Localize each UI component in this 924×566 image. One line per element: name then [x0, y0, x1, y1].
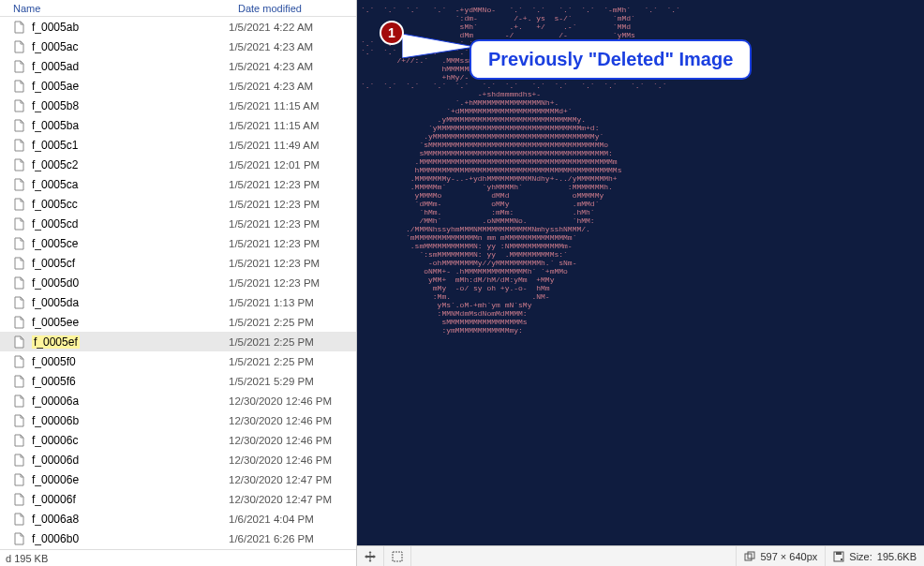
status-move-tool[interactable] [357, 546, 384, 566]
dimensions-icon [744, 551, 755, 562]
file-row[interactable]: f_0005ab1/5/2021 4:22 AM [0, 17, 356, 37]
ascii-line: `yMMMMMMMMMMMMMMMMMMMMMMMMMMMMMMMMm+d: [361, 124, 920, 132]
file-date: 1/5/2021 2:25 PM [229, 317, 314, 328]
file-date: 1/5/2021 4:23 AM [229, 81, 313, 92]
column-headers[interactable]: Name Date modified [0, 0, 356, 17]
file-date: 1/5/2021 12:01 PM [229, 159, 320, 171]
status-spacer [411, 546, 737, 566]
file-icon [13, 178, 26, 191]
file-row[interactable]: f_0005f61/5/2021 5:29 PM [0, 371, 356, 391]
file-date: 1/5/2021 2:25 PM [229, 356, 314, 367]
ascii-line: .yMMMMMMMMMMMMMMMMMMMMMMMMMMMMMy. [361, 115, 920, 124]
file-date: 12/30/2020 12:46 PM [229, 454, 332, 466]
file-row[interactable]: f_00006f12/30/2020 12:47 PM [0, 489, 356, 509]
ascii-line: oNMM+- .hMMMMMMMMMMMMMMh` `+mMMo [361, 267, 920, 276]
file-name: f_0005ee [32, 316, 229, 329]
ascii-line: yMM+ mMh:dM/hM/dM:yMm +MMy [361, 276, 920, 284]
file-row[interactable]: f_00006d12/30/2020 12:46 PM [0, 450, 356, 469]
right-status-bar: 597 × 640px Size: 195.6KB [357, 545, 924, 566]
column-header-name[interactable]: Name [0, 3, 232, 14]
file-row[interactable]: f_00006b12/30/2020 12:46 PM [0, 410, 356, 430]
file-date: 1/5/2021 12:23 PM [229, 179, 320, 190]
file-list[interactable]: f_0005ab1/5/2021 4:22 AMf_0005ac1/5/2021… [0, 17, 356, 549]
file-row[interactable]: f_00006c12/30/2020 12:46 PM [0, 430, 356, 450]
annotation-pointer [402, 34, 475, 58]
file-row[interactable]: f_0005ca1/5/2021 12:23 PM [0, 174, 356, 194]
file-name: f_0005f6 [32, 375, 229, 388]
file-name: f_0005c1 [32, 139, 229, 152]
file-name: f_0005cf [32, 257, 229, 270]
dimensions-text: 597 × 640px [760, 551, 817, 562]
file-name: f_0005c2 [32, 158, 229, 171]
svg-rect-0 [393, 552, 402, 561]
file-date: 1/5/2021 4:23 AM [229, 41, 313, 52]
file-row[interactable]: f_00006a12/30/2020 12:46 PM [0, 391, 356, 410]
file-date: 1/5/2021 12:23 PM [229, 277, 320, 289]
ascii-line: :MMNMdmMsdNomMdMMMM: [361, 309, 920, 318]
file-date: 1/5/2021 12:23 PM [229, 238, 320, 249]
image-preview[interactable]: `.` `.` `.` `.` -+ydMMNo- `.` `.` `.` `.… [357, 0, 924, 545]
file-row[interactable]: f_0005ac1/5/2021 4:23 AM [0, 37, 356, 56]
ascii-line: `sMMMMMMMMMMMMMMMMMMMMMMMMMMMMMMMMMMMMMM… [361, 141, 920, 149]
ascii-line: hMMMMMMMMMMMMMMMMMMMMMMMMMMMMMMMMMMMMMMM… [361, 166, 920, 174]
ascii-line: .smMMMMMMMMMMMN: yy :NMMMMMMMMMMMMm- [361, 242, 920, 250]
file-date: 1/6/2021 4:04 PM [229, 514, 314, 525]
file-icon [13, 119, 26, 132]
file-row[interactable]: f_0005b81/5/2021 11:15 AM [0, 96, 356, 115]
disk-icon [833, 551, 844, 562]
ascii-line: -+shdmmmmdhs+- [361, 90, 920, 98]
file-icon [13, 60, 26, 73]
file-name: f_00006a [32, 395, 229, 408]
ascii-line: `.+hMMMMMMMMMMMMMMMNh+. [361, 98, 920, 107]
file-row[interactable]: f_0005ef1/5/2021 2:25 PM [0, 332, 356, 351]
status-select-tool[interactable] [384, 546, 411, 566]
file-icon [13, 217, 26, 231]
file-row[interactable]: f_0005ee1/5/2021 2:25 PM [0, 312, 356, 332]
file-row[interactable]: f_0005ba1/5/2021 11:15 AM [0, 115, 356, 135]
file-name: f_00006c [32, 434, 229, 447]
file-name: f_0005cd [32, 217, 229, 231]
file-row[interactable]: f_0005cf1/5/2021 12:23 PM [0, 253, 356, 273]
file-row[interactable]: f_0006b01/6/2021 6:26 PM [0, 529, 356, 548]
file-name: f_00006e [32, 473, 229, 486]
file-row[interactable]: f_0005ad1/5/2021 4:23 AM [0, 56, 356, 76]
file-date: 1/5/2021 12:23 PM [229, 258, 320, 269]
file-row[interactable]: f_0005d01/5/2021 12:23 PM [0, 273, 356, 292]
file-row[interactable]: f_0005ae1/5/2021 4:23 AM [0, 76, 356, 96]
file-icon [13, 355, 26, 368]
ascii-line: `dMMm- oMMy .mMMd` [361, 200, 920, 208]
file-row[interactable]: f_0005da1/5/2021 1:13 PM [0, 292, 356, 312]
file-row[interactable]: f_0005c21/5/2021 12:01 PM [0, 155, 356, 174]
file-date: 1/5/2021 1:13 PM [229, 297, 314, 308]
file-name: f_0005ce [32, 237, 229, 250]
file-row[interactable]: f_0005f01/5/2021 2:25 PM [0, 351, 356, 371]
ascii-line: sMMMMMMMMMMMMMMMMMMMMMMMMMMMMMMMMMMMMMMM… [361, 149, 920, 157]
file-date: 1/5/2021 11:49 AM [229, 140, 320, 151]
file-icon [13, 276, 26, 290]
column-header-date[interactable]: Date modified [232, 3, 356, 14]
file-date: 1/5/2021 4:22 AM [229, 22, 313, 33]
file-row[interactable]: f_0005c11/5/2021 11:49 AM [0, 135, 356, 155]
file-icon [13, 99, 26, 112]
file-icon [13, 335, 26, 349]
file-row[interactable]: f_0005cc1/5/2021 12:23 PM [0, 194, 356, 214]
file-date: 12/30/2020 12:46 PM [229, 395, 332, 407]
file-icon [13, 454, 26, 467]
ascii-line: mMy -o/ sy oh +y.-o- hMm [361, 284, 920, 292]
file-icon [13, 513, 26, 526]
svg-rect-4 [836, 552, 842, 555]
file-row[interactable]: f_0005ce1/5/2021 12:23 PM [0, 233, 356, 253]
file-row[interactable]: f_00006e12/30/2020 12:47 PM [0, 469, 356, 489]
file-name: f_0005ef [32, 335, 229, 349]
file-row[interactable]: f_0006a81/6/2021 4:04 PM [0, 509, 356, 529]
file-icon [13, 473, 26, 486]
file-icon [13, 21, 26, 34]
ascii-line: yMs`.oM-+mh`ym mN`sMy [361, 301, 920, 309]
size-label: Size: [849, 551, 872, 562]
file-name: f_00006d [32, 454, 229, 467]
file-row[interactable]: f_0005cd1/5/2021 12:23 PM [0, 214, 356, 233]
annotation-badge: 1 [380, 21, 404, 45]
file-name: f_0005ca [32, 178, 229, 191]
file-icon [13, 395, 26, 408]
file-name: f_0006b0 [32, 532, 229, 545]
